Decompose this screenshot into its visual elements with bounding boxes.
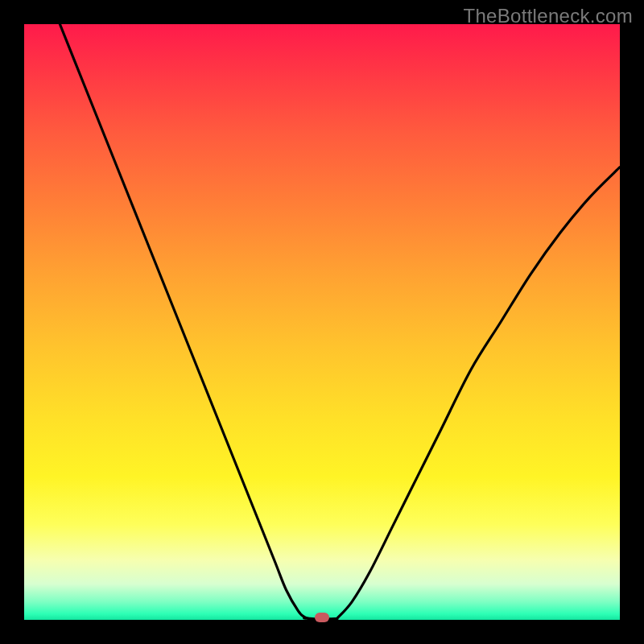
min-marker [315, 613, 329, 622]
watermark-text: TheBottleneck.com [463, 5, 633, 27]
plot-area [24, 24, 620, 620]
bottleneck-curve [60, 24, 620, 620]
curve-svg [24, 24, 620, 620]
chart-frame: TheBottleneck.com [0, 0, 644, 644]
